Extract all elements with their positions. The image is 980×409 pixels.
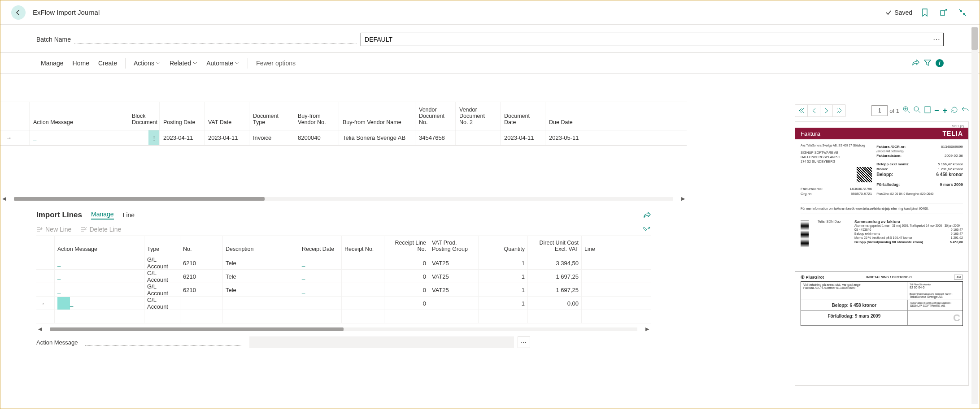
scroll-left-icon[interactable]: ◀ — [0, 196, 8, 202]
cell-vendor-document-no[interactable]: 34547658 — [415, 130, 455, 145]
lcol-description[interactable]: Description — [222, 236, 299, 256]
pdf-first-page-icon[interactable] — [795, 105, 808, 116]
lcell-receipt-date[interactable] — [299, 297, 341, 310]
lcell-type[interactable]: G/L Account — [144, 283, 180, 297]
info-icon[interactable]: i — [936, 59, 944, 67]
lcell-type[interactable]: G/L Account — [144, 297, 180, 310]
pdf-prev-page-icon[interactable] — [808, 105, 820, 116]
lcell-no[interactable] — [180, 297, 222, 310]
lines-personalize-icon[interactable] — [643, 226, 651, 233]
cell-vendor-document-no2[interactable] — [455, 130, 500, 145]
zoom-in-icon[interactable]: + — [942, 106, 947, 116]
lines-share-icon[interactable] — [643, 211, 651, 219]
lcell-action-message[interactable]: _ — [54, 297, 144, 310]
lines-hscrollbar[interactable]: ◀ ▶ — [36, 325, 651, 333]
row-selector[interactable] — [36, 270, 54, 283]
lcell-receipt-line-no[interactable]: 0 — [384, 270, 429, 283]
col-action-message[interactable]: Action Message — [29, 102, 128, 130]
back-button[interactable] — [11, 5, 26, 20]
toolbar-fewer-options[interactable]: Fewer options — [252, 52, 300, 74]
lcell-receipt-no[interactable] — [341, 297, 384, 310]
lines-row[interactable]: →_G/L Account010,00 — [36, 297, 651, 310]
lcell-receipt-line-no[interactable]: 0 — [384, 256, 429, 270]
tab-manage[interactable]: Manage — [91, 211, 114, 220]
lcol-type[interactable]: Type — [144, 236, 180, 256]
col-document-date[interactable]: Document Date — [500, 102, 545, 130]
lcol-vat-posting-group[interactable]: VAT Prod. Posting Group — [429, 236, 478, 256]
action-message-link[interactable]: _ — [57, 287, 61, 293]
collapse-icon[interactable] — [956, 6, 969, 19]
lcell-description[interactable]: Tele — [222, 283, 299, 297]
grid-row[interactable]: → _ ⋮ 2023-04-11 2023-04-11 Invoice 8200… — [0, 130, 687, 146]
lcol-line[interactable]: Line — [581, 236, 604, 256]
action-message-link[interactable]: _ — [33, 134, 36, 141]
lcell-description[interactable]: Tele — [222, 256, 299, 270]
lcell-vat-group[interactable] — [429, 297, 478, 310]
lcol-receipt-line-no[interactable]: Receipt Line No. — [384, 236, 429, 256]
lcol-no[interactable]: No. — [180, 236, 222, 256]
tab-line[interactable]: Line — [123, 211, 135, 219]
lcell-receipt-no[interactable] — [341, 256, 384, 270]
lcell-line[interactable] — [581, 256, 604, 270]
undo-icon[interactable] — [962, 106, 969, 116]
col-buy-from-vendor-name[interactable]: Buy-from Vendor Name — [339, 102, 415, 130]
lcell-receipt-no[interactable] — [341, 283, 384, 297]
cell-block-document[interactable]: ⋮ — [128, 130, 159, 145]
toolbar-related[interactable]: Related — [165, 52, 202, 74]
lcell-receipt-date[interactable]: _ — [299, 283, 341, 297]
batch-lookup-icon[interactable]: ⋯ — [933, 35, 941, 43]
action-message-link[interactable]: _ — [57, 273, 61, 280]
lcell-quantity[interactable]: 1 — [478, 297, 527, 310]
lcell-action-message[interactable]: _ — [54, 256, 144, 270]
lcol-direct-unit-cost[interactable]: Direct Unit Cost Excl. VAT — [527, 236, 581, 256]
scroll-thumb[interactable] — [50, 327, 344, 331]
lcell-receipt-date[interactable]: _ — [299, 256, 341, 270]
scroll-left-icon[interactable]: ◀ — [36, 326, 44, 332]
lcell-line[interactable] — [581, 270, 604, 283]
lcell-cost[interactable]: 0,00 — [527, 297, 581, 310]
lcell-type[interactable]: G/L Account — [144, 256, 180, 270]
lcell-line[interactable] — [581, 283, 604, 297]
col-vendor-document-no2[interactable]: Vendor Document No. 2 — [455, 102, 500, 130]
filter-icon[interactable] — [924, 59, 931, 67]
lcell-vat-group[interactable]: VAT25 — [429, 270, 478, 283]
cell-document-type[interactable]: Invoice — [249, 130, 294, 145]
footer-more-icon[interactable]: ⋯ — [518, 336, 530, 348]
cell-document-date[interactable]: 2023-04-11 — [500, 130, 545, 145]
refresh-icon[interactable] — [951, 106, 958, 116]
lcell-cost[interactable]: 1 697,25 — [527, 270, 581, 283]
lines-row[interactable]: _G/L Account6210Tele_0VAT2513 394,50 — [36, 256, 651, 270]
lcell-vat-group[interactable]: VAT25 — [429, 283, 478, 297]
cell-posting-date[interactable]: 2023-04-11 — [159, 130, 204, 145]
lcell-quantity[interactable]: 1 — [478, 283, 527, 297]
row-menu-icon[interactable]: ⋮ — [148, 130, 159, 145]
lcell-description[interactable] — [222, 297, 299, 310]
cell-due-date[interactable]: 2023-05-11 — [545, 130, 585, 145]
col-posting-date[interactable]: Posting Date — [159, 102, 204, 130]
lcell-line[interactable] — [581, 297, 604, 310]
lcell-no[interactable]: 6210 — [180, 270, 222, 283]
toolbar-create[interactable]: Create — [94, 52, 122, 74]
cell-action-message[interactable]: _ — [29, 130, 128, 145]
lcell-cost[interactable]: 3 394,50 — [527, 256, 581, 270]
pdf-last-page-icon[interactable] — [833, 105, 845, 116]
zoom-actual-icon[interactable] — [914, 106, 921, 116]
lcell-no[interactable]: 6210 — [180, 256, 222, 270]
lcell-action-message[interactable]: _ — [54, 283, 144, 297]
action-message-link[interactable]: _ — [70, 300, 73, 307]
popout-icon[interactable] — [937, 6, 950, 19]
col-vendor-document-no[interactable]: Vendor Document No. — [415, 102, 455, 130]
batch-name-input[interactable] — [361, 33, 944, 46]
col-document-type[interactable]: Document Type — [249, 102, 294, 130]
lcell-receipt-line-no[interactable]: 0 — [384, 297, 429, 310]
zoom-fit-icon[interactable] — [903, 106, 910, 116]
pdf-page-input[interactable] — [871, 105, 888, 116]
cell-buy-from-vendor-no[interactable]: 8200040 — [294, 130, 339, 145]
share-icon[interactable] — [911, 59, 919, 67]
row-selector[interactable] — [36, 256, 54, 270]
page-vscrollbar[interactable] — [971, 27, 978, 404]
lcell-description[interactable]: Tele — [222, 270, 299, 283]
toolbar-manage[interactable]: Manage — [36, 52, 68, 74]
row-selector[interactable] — [36, 283, 54, 297]
row-selector[interactable]: → — [36, 297, 54, 310]
